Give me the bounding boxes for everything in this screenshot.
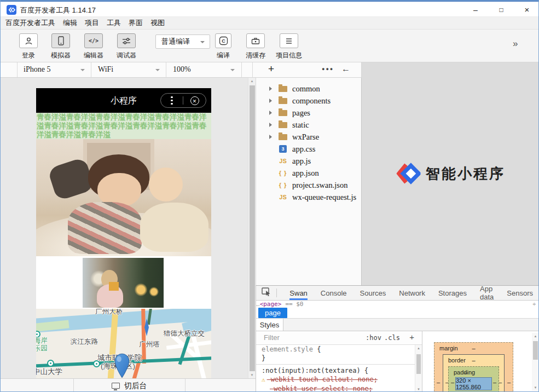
box-model-content[interactable]: 320 × 1255.860: [455, 377, 492, 390]
box-model-scrollbar[interactable]: ▲ ▼: [532, 333, 539, 391]
tree-item-static[interactable]: static: [256, 119, 361, 131]
map-label: 广州大桥: [95, 309, 123, 316]
map-label: 猎德大桥立交: [164, 329, 205, 338]
menu-edit[interactable]: 编辑: [63, 18, 77, 28]
tab-sensors[interactable]: Sensors: [507, 286, 533, 300]
simulator-scrollbar[interactable]: ▲ ▼: [248, 78, 256, 378]
tab-app-data[interactable]: App data: [480, 286, 494, 300]
scroll-up-icon[interactable]: ▲: [248, 79, 256, 83]
map[interactable]: 广州大桥 猎德大桥立交 滨江东路 广州塔 城市职业学院 (海珠校区) 中山大学 …: [36, 309, 211, 378]
device-select[interactable]: iPhone 5: [24, 65, 50, 74]
chevron-right-icon[interactable]: [269, 111, 272, 115]
compile-icon: C: [215, 33, 231, 48]
mini-program-navbar: 小程序 ✕: [36, 88, 211, 113]
tree-item-project-swan-json[interactable]: { } project.swan.json: [256, 179, 361, 191]
photo-christmas-girl: [83, 258, 164, 308]
simulator-button[interactable]: 模拟器: [44, 33, 77, 60]
tree-item-pages[interactable]: pages: [256, 107, 361, 119]
editor-button[interactable]: </> 编辑器: [77, 33, 110, 60]
chevron-down-icon: [80, 69, 85, 71]
box-model-border[interactable]: border – – – padding – – – 320 × 1255.86…: [443, 354, 505, 392]
tree-item-wx-queue-request[interactable]: JS wx-queue-request.js: [256, 191, 361, 203]
tab-storages[interactable]: Storages: [438, 286, 467, 300]
tree-item-common[interactable]: common: [256, 83, 361, 95]
tree-item-app-css[interactable]: 3 app.css: [256, 143, 361, 155]
toggle-hover-state-button[interactable]: :hov: [366, 334, 381, 342]
tree-item-components[interactable]: components: [256, 95, 361, 107]
scroll-up-icon[interactable]: ▲: [415, 347, 422, 350]
scroll-down-icon[interactable]: ▼: [415, 388, 422, 391]
tree-item-wxparse[interactable]: wxParse: [256, 131, 361, 143]
tab-network[interactable]: Network: [399, 286, 425, 300]
project-info-button[interactable]: 项目信息: [273, 33, 305, 60]
box-model-margin[interactable]: margin – – – border – – – padding – – – …: [434, 342, 513, 392]
more-options-button[interactable]: ●●●: [322, 66, 334, 72]
chevron-right-icon[interactable]: [269, 99, 272, 103]
scrollbar-thumb[interactable]: [416, 354, 421, 374]
panel-resizer-icon[interactable]: ÷: [533, 301, 536, 308]
phone-screen: 小程序 ✕ 青春洋溢青春洋溢青春洋溢青春洋溢青春洋溢青春洋溢青春洋溢青春洋溢青春…: [36, 88, 211, 378]
styles-filter-input[interactable]: [263, 333, 347, 342]
debugger-button[interactable]: 调试器: [110, 33, 143, 60]
menu-interface[interactable]: 界面: [129, 18, 143, 28]
clear-cache-button[interactable]: 清缓存: [239, 33, 272, 60]
more-dots-icon[interactable]: [161, 96, 183, 105]
menu-project[interactable]: 项目: [85, 18, 99, 28]
styles-scrollbar[interactable]: ▲ ▼: [415, 345, 422, 392]
selected-element-badge: page: [258, 308, 287, 318]
dom-element-line[interactable]: …<page>== $0: [256, 301, 539, 308]
inspect-element-icon[interactable]: [262, 287, 271, 298]
add-tab-button[interactable]: +: [268, 63, 274, 75]
scroll-down-icon[interactable]: ▼: [532, 386, 539, 389]
file-tree: common components pages static wxParse 3…: [256, 78, 362, 285]
scroll-up-icon[interactable]: ▲: [532, 335, 539, 338]
scrollbar-thumb[interactable]: [250, 85, 255, 371]
menu-tools[interactable]: 工具: [107, 18, 121, 28]
close-icon: ✕: [190, 96, 199, 105]
chevron-right-icon[interactable]: [269, 87, 272, 91]
metro-station-icon: [47, 360, 54, 367]
menu-app[interactable]: 百度开发者工具: [5, 18, 55, 28]
toolbar-overflow-button[interactable]: »: [513, 38, 517, 49]
smart-miniprogram-logo: 智能小程序: [396, 162, 505, 185]
window-title: 百度开发者工具 1.14.17: [20, 5, 96, 15]
tab-styles[interactable]: Styles: [256, 319, 283, 331]
close-button[interactable]: ×: [518, 4, 536, 16]
chevron-right-icon[interactable]: [269, 123, 272, 127]
compile-button[interactable]: C 编译: [207, 33, 240, 60]
tab-console[interactable]: Console: [321, 286, 347, 300]
tree-item-app-json[interactable]: { } app.json: [256, 167, 361, 179]
tree-item-app-js[interactable]: JS app.js: [256, 155, 361, 167]
map-label: 乐园: [36, 344, 48, 353]
scrollbar-thumb[interactable]: [533, 341, 538, 360]
hamburger-icon: [280, 33, 298, 48]
collapse-arrow-button[interactable]: ←: [341, 64, 350, 74]
network-select[interactable]: WiFi: [98, 65, 113, 74]
maximize-button[interactable]: □: [492, 4, 510, 16]
baidu-devtools-window: 百度开发者工具 1.14.17 – □ × 百度开发者工具 编辑 项目 工具 界…: [0, 0, 539, 392]
chevron-down-icon: [155, 69, 160, 71]
chevron-right-icon[interactable]: [269, 135, 272, 139]
scroll-down-icon[interactable]: ▼: [248, 373, 256, 377]
code-icon: </>: [84, 33, 103, 48]
tab-sources[interactable]: Sources: [360, 286, 386, 300]
css-property[interactable]: -webkit-touch-callout: none;: [267, 376, 378, 383]
css-selector[interactable]: :not(input):not(textarea) {: [256, 366, 415, 375]
box-model-padding[interactable]: padding – – – 320 × 1255.860: [448, 366, 499, 392]
switch-background-button[interactable]: 切后台: [73, 379, 185, 392]
toggle-class-button[interactable]: .cls: [384, 334, 400, 342]
css-property[interactable]: -webkit-user-select: none;: [270, 385, 373, 392]
close-miniapp-button[interactable]: ✕: [183, 96, 206, 105]
green-text-block: 青春洋溢青春洋溢青春洋溢青春洋溢青春洋溢青春洋溢青春洋溢青春洋溢青春洋溢青春洋溢…: [36, 113, 211, 139]
menu-view[interactable]: 视图: [150, 18, 165, 28]
minimize-button[interactable]: –: [467, 4, 484, 16]
login-button[interactable]: 登录: [12, 33, 45, 60]
zoom-select[interactable]: 100%: [173, 65, 191, 74]
css-file-icon: 3: [279, 145, 287, 153]
element-tag[interactable]: <page>: [260, 301, 282, 308]
new-style-rule-button[interactable]: +: [409, 332, 414, 342]
compile-mode-select[interactable]: 普通编译: [155, 34, 210, 49]
tab-swan[interactable]: Swan: [289, 286, 308, 300]
inline-style-selector[interactable]: element.style: [262, 345, 313, 353]
app-logo-icon: [7, 5, 16, 15]
